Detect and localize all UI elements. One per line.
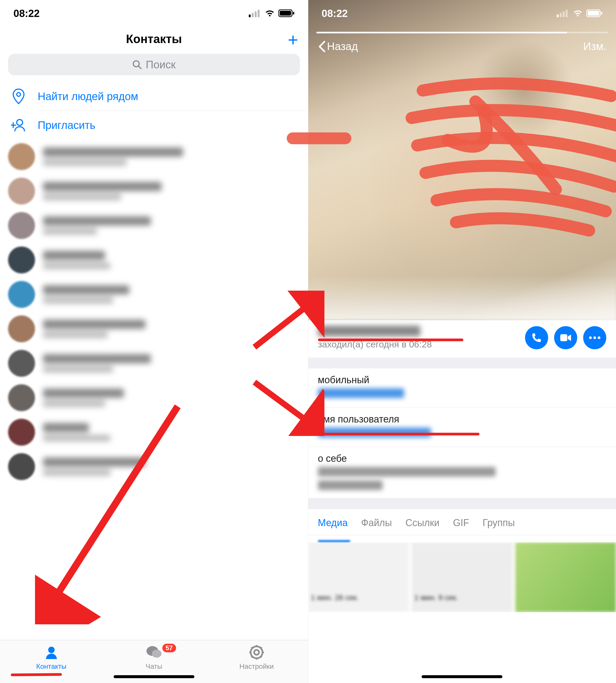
media-tab-файлы[interactable]: Файлы [361, 517, 392, 528]
contact-row[interactable] [0, 174, 308, 208]
media-thumb[interactable]: 1 мин. 26 сек. [308, 542, 409, 612]
mobile-label: мобильный [318, 374, 607, 386]
contacts-title: Контакты [126, 32, 182, 45]
search-icon [132, 60, 142, 69]
media-thumb[interactable] [515, 542, 616, 612]
contact-name [43, 320, 146, 329]
contact-name [43, 389, 124, 398]
media-tab-группы[interactable]: Группы [482, 517, 515, 528]
phone-icon [531, 332, 542, 343]
contact-text [43, 423, 110, 441]
annotation-underline-name [318, 339, 463, 341]
svg-line-24 [260, 656, 262, 657]
tab-chats[interactable]: 57 Чаты [103, 644, 205, 670]
svg-line-26 [260, 647, 262, 648]
status-icons [249, 9, 294, 18]
media-grid[interactable]: 1 мин. 26 сек. 1 мин. 9 сек. [308, 542, 616, 612]
contact-row[interactable] [0, 449, 308, 484]
cell-signal-icon [249, 10, 261, 17]
avatar [8, 247, 35, 273]
add-contact-button[interactable]: + [288, 30, 298, 50]
more-icon [589, 336, 601, 339]
media-tabs: МедиаФайлыСсылкиGIFГруппы [308, 509, 616, 535]
contact-status [43, 194, 121, 200]
invite-icon [11, 117, 26, 133]
annotation-underline-contacts [11, 673, 62, 676]
svg-rect-36 [560, 334, 567, 341]
mobile-value [318, 388, 404, 398]
contact-row[interactable] [0, 139, 308, 174]
edit-button[interactable]: Изм. [583, 40, 606, 52]
contact-name [43, 147, 183, 157]
info-username[interactable]: имя пользователя [308, 408, 616, 447]
contact-text [43, 251, 110, 269]
svg-point-38 [593, 336, 596, 339]
contact-row[interactable] [0, 277, 308, 312]
svg-line-25 [251, 656, 253, 657]
media-tab-indicator [318, 540, 350, 542]
contacts-list[interactable] [0, 139, 308, 640]
contact-text [43, 182, 161, 200]
media-tab-ссылки[interactable]: Ссылки [405, 517, 440, 528]
wifi-icon [572, 9, 583, 18]
svg-point-18 [254, 650, 259, 655]
contact-text [43, 389, 124, 407]
status-bar: 08:22 [0, 0, 308, 27]
search-input[interactable]: Поиск [8, 54, 300, 75]
home-indicator[interactable] [422, 675, 502, 678]
svg-rect-1 [252, 13, 254, 17]
tab-settings[interactable]: Настройки [205, 644, 308, 670]
svg-rect-29 [560, 13, 562, 17]
about-label: о себе [318, 453, 607, 464]
contact-row[interactable] [0, 243, 308, 277]
annotation-underline-phone [318, 433, 480, 435]
avatar [8, 453, 35, 480]
contact-row[interactable] [0, 312, 308, 346]
wifi-icon [264, 9, 275, 18]
status-bar-right: 08:22 [308, 0, 616, 27]
contact-status [43, 469, 110, 476]
contact-status [43, 159, 127, 166]
contact-row[interactable] [0, 415, 308, 449]
invite-label: Пригласить [38, 119, 95, 131]
svg-rect-4 [249, 15, 251, 17]
back-button[interactable]: Назад [318, 40, 358, 52]
invite-button[interactable]: Пригласить [0, 111, 308, 139]
contact-row[interactable] [0, 381, 308, 415]
contact-name [43, 182, 161, 191]
contact-row[interactable] [0, 346, 308, 381]
svg-point-14 [48, 647, 54, 653]
media-tab-gif[interactable]: GIF [453, 517, 469, 528]
username-value [318, 428, 431, 437]
home-indicator[interactable] [114, 675, 194, 678]
video-button[interactable] [554, 326, 577, 349]
contact-name [43, 217, 151, 226]
profile-photo[interactable]: 08:22 Назад Изм. [308, 0, 616, 320]
contact-status [43, 401, 105, 407]
about-line2 [318, 480, 382, 490]
svg-point-16 [152, 650, 161, 658]
contact-row[interactable] [0, 208, 308, 243]
contact-status [43, 332, 108, 338]
call-button[interactable] [525, 326, 548, 349]
svg-point-10 [17, 93, 20, 96]
find-nearby-label: Найти людей рядом [38, 90, 138, 103]
contact-status [43, 366, 113, 372]
location-pin-icon [11, 89, 26, 104]
avatar [8, 384, 35, 411]
avatar [8, 281, 35, 308]
svg-rect-7 [293, 12, 294, 15]
info-mobile[interactable]: мобильный [308, 368, 616, 408]
media-tab-медиа[interactable]: Медиа [318, 517, 348, 528]
find-nearby-button[interactable]: Найти людей рядом [0, 82, 308, 111]
annotation-stripe [287, 132, 351, 144]
tab-contacts[interactable]: Контакты [0, 644, 103, 670]
svg-rect-35 [601, 12, 602, 15]
username-label: имя пользователя [318, 414, 607, 425]
media-thumb[interactable]: 1 мин. 9 сек. [412, 542, 513, 612]
more-button[interactable] [583, 326, 606, 349]
gear-icon [249, 645, 264, 660]
contacts-screen: 08:22 Контакты + Поиск Найти людей рядом [0, 0, 308, 683]
contact-status [43, 435, 110, 441]
status-icons [557, 9, 602, 18]
